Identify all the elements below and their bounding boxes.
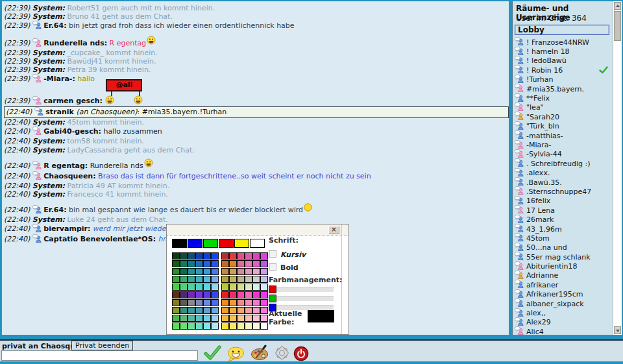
user-list-item[interactable]: ! ledoBawü (515, 56, 611, 66)
user-list-item[interactable]: ! hameln 18 (515, 47, 611, 56)
palette-basic-swatch[interactable] (172, 239, 187, 248)
user-list-item[interactable]: Alex29 (515, 318, 611, 327)
palette-basic-swatch[interactable] (219, 239, 234, 248)
user-list-item[interactable]: -Sylvia-44 (515, 150, 611, 159)
user-list-item[interactable]: Abiturientin18 (515, 261, 611, 271)
user-list-item[interactable]: 17 Lena (515, 206, 611, 215)
chat-message-system: (22:39) System: _cupcake_ kommt hinein. (4, 49, 509, 57)
user-list-item[interactable]: **Felix (515, 93, 611, 103)
smiley-picker-icon[interactable] (226, 346, 245, 364)
username[interactable]: R egentag: (43, 162, 88, 170)
system-label: System: (32, 182, 65, 190)
username[interactable]: Runderella nds: (43, 39, 107, 47)
slider-handle[interactable] (269, 285, 276, 293)
user-list-item[interactable]: Alic4 (515, 327, 611, 335)
username[interactable]: Chaosqueen: (43, 172, 95, 180)
palette-color-swatch[interactable] (172, 322, 180, 330)
scroll-down-button[interactable] (614, 326, 621, 334)
username[interactable]: stranik (45, 108, 74, 116)
bold-checkbox[interactable] (269, 263, 276, 271)
palette-color-swatch[interactable] (211, 322, 219, 330)
palette-basic-swatch[interactable] (234, 239, 249, 248)
system-label: System: (32, 4, 65, 12)
palette-color-swatch[interactable] (221, 322, 229, 330)
username[interactable]: Captatio Benevolentiae*OS: (43, 235, 156, 243)
user-list-item[interactable]: ! Franzose44NRW (515, 38, 611, 47)
palette-color-swatch[interactable] (195, 322, 203, 330)
message-text: bin mal gespannt wie lange es dauert bis… (69, 206, 303, 214)
message-input[interactable] (1, 350, 198, 361)
palette-color-swatch[interactable] (180, 322, 188, 330)
username[interactable]: Er.64: (43, 206, 66, 214)
scroll-up-button[interactable] (614, 2, 621, 10)
timestamp: (22:40) (4, 190, 30, 199)
aktuelle-farbe-label: Aktuelle Farbe: (269, 309, 304, 326)
user-list-item[interactable]: alex,, (515, 308, 611, 317)
send-check-button[interactable] (203, 345, 221, 364)
palette-color-swatch[interactable] (237, 322, 245, 330)
user-list-item[interactable]: . Schreibfreudig :) (515, 159, 611, 168)
user-list-item[interactable]: -matthias- (515, 131, 611, 140)
user-list-item[interactable]: ! Robin 16 (515, 66, 611, 75)
system-label: System: (32, 215, 65, 224)
user-list-item[interactable]: .Sternschnuppe47 (515, 187, 611, 196)
user-list-item[interactable]: 26mark (515, 215, 611, 224)
settings-gear-icon[interactable] (273, 345, 291, 364)
palette-basic-swatch[interactable] (203, 239, 218, 248)
user-list-item[interactable]: 45tom (515, 234, 611, 243)
red-slider[interactable] (269, 285, 334, 295)
slider-track[interactable] (269, 287, 334, 292)
username[interactable]: biervampir: (43, 224, 90, 233)
system-label: System: (32, 190, 65, 199)
user-list-item[interactable]: 55er mag schlank (515, 252, 611, 261)
message-text: _cupcake_ kommt hinein. (67, 49, 158, 57)
room-lobby[interactable]: Lobby (515, 25, 609, 35)
user-list-item[interactable]: "Sarah20 (515, 112, 611, 121)
palette-color-swatch[interactable] (188, 322, 195, 330)
user-name: Abiturientin18 (526, 262, 578, 271)
close-icon[interactable]: × (328, 226, 339, 234)
user-name: .alexx. (526, 169, 550, 177)
sidebar-scrollbar[interactable] (613, 1, 622, 335)
green-slider[interactable] (269, 295, 334, 304)
palette-color-swatch[interactable] (252, 322, 260, 330)
palette-color-swatch[interactable] (245, 322, 252, 330)
user-list-item[interactable]: afrikaner (515, 280, 611, 289)
user-list-item[interactable]: .alexx. (515, 168, 611, 177)
user-list-item[interactable]: "Türk_bln (515, 122, 611, 131)
user-list-item[interactable]: 16felix (515, 197, 611, 206)
user-list-item[interactable]: Afrikaner195cm (515, 290, 611, 299)
kursiv-checkbox[interactable] (269, 250, 276, 258)
scroll-thumb[interactable] (614, 11, 621, 41)
user-name: **Felix (526, 94, 550, 103)
user-list-item[interactable]: -Miara- (515, 140, 611, 149)
slider-handle[interactable] (269, 295, 276, 302)
end-private-button[interactable]: Privat beenden (71, 341, 133, 350)
user-name: Alex29 (526, 318, 551, 326)
username[interactable]: Er.64: (43, 21, 66, 30)
user-list-item[interactable]: .Bawü.35. (515, 178, 611, 187)
palette-basic-swatch[interactable] (250, 239, 265, 248)
palette-basic-swatch[interactable] (188, 239, 202, 248)
user-name: ! hameln 18 (526, 47, 570, 56)
power-logout-icon[interactable] (293, 346, 309, 364)
slider-track[interactable] (269, 296, 334, 301)
user-list-item[interactable]: 43_1,96m (515, 224, 611, 234)
palette-color-swatch[interactable] (260, 322, 268, 330)
color-palette-icon[interactable] (250, 345, 269, 363)
username[interactable]: Gabi40-gesch: (43, 127, 101, 136)
palette-color-swatch[interactable] (203, 322, 211, 330)
chat-message-system: (22:40) System: 45tom kommt hinein. (4, 118, 509, 127)
rooms-users-panel: Räume- und Useranzeige User im Chat: 364… (512, 1, 613, 335)
user-list-item[interactable]: !Turhan (515, 75, 611, 84)
palette-color-swatch[interactable] (229, 322, 237, 330)
user-list-item[interactable]: #mia35.bayern. (515, 84, 611, 93)
username[interactable]: carmen gesch: (43, 97, 103, 105)
timestamp: (22:39) (4, 97, 30, 105)
username[interactable]: -Miara-: (43, 75, 75, 83)
user-list-item[interactable]: albaner_sixpack (515, 299, 611, 308)
user-list-item[interactable]: 50...na und (515, 243, 611, 252)
user-name: 45tom (526, 234, 550, 243)
user-list-item[interactable]: Adrianne (515, 271, 611, 280)
user-list-item[interactable]: "lea" (515, 103, 611, 112)
